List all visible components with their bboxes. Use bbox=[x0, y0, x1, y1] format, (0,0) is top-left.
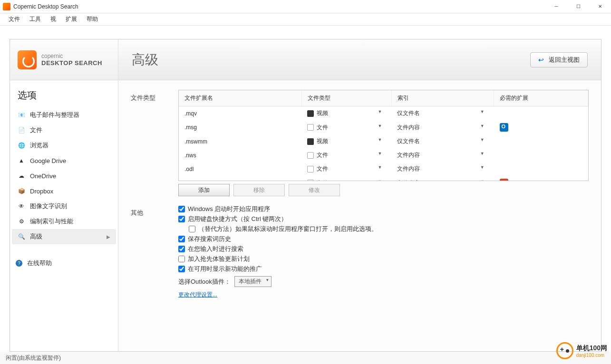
menubar: 文件 工具 视 扩展 帮助 bbox=[0, 13, 611, 26]
table-row[interactable]: .mswmm 视频▼ 仅文件名▼ bbox=[179, 134, 588, 148]
edit-button[interactable]: 修改 bbox=[289, 184, 340, 196]
logo-product: DESKTOP SEARCH bbox=[41, 59, 102, 67]
sidebar-item-3[interactable]: ▲Google Drive bbox=[12, 153, 116, 168]
cell-ext: .odp bbox=[179, 176, 301, 181]
table-row[interactable]: .msg 文件▼ 文件内容▼ bbox=[179, 120, 588, 134]
back-to-main-button[interactable]: ↩ 返回主视图 bbox=[530, 52, 588, 67]
sidebar-item-5[interactable]: 📦Dropbox bbox=[12, 183, 116, 199]
section-label-other: 其他 bbox=[131, 205, 169, 299]
sidebar-item-0[interactable]: 📧电子邮件与整理器 bbox=[12, 107, 116, 123]
filetype-icon bbox=[307, 152, 314, 159]
menu-extensions[interactable]: 扩展 bbox=[61, 13, 82, 25]
checkbox-6[interactable] bbox=[178, 266, 185, 272]
chevron-down-icon: ▼ bbox=[480, 165, 485, 170]
checkbox-row: 加入抢先体验更新计划 bbox=[178, 255, 378, 263]
sidebar-item-4[interactable]: ☁OneDrive bbox=[12, 168, 116, 183]
outlook-plugin-label: 选择Outlook插件： bbox=[178, 278, 231, 286]
cell-req bbox=[494, 120, 588, 134]
sidebar-item-2[interactable]: 🌐浏览器 bbox=[12, 138, 116, 153]
page-header: 高级 ↩ 返回主视图 bbox=[118, 39, 601, 80]
chevron-down-icon: ▼ bbox=[378, 151, 382, 156]
checkbox-label: 启用键盘快捷方式（按 Ctrl 键两次） bbox=[188, 215, 287, 223]
nav-icon: 📄 bbox=[18, 126, 25, 134]
chevron-down-icon: ▼ bbox=[480, 137, 485, 142]
table-row[interactable]: .odp 文件▼ 文件内容▼ bbox=[179, 176, 588, 181]
nav-icon: 📧 bbox=[18, 111, 25, 119]
watermark-name: 单机100网 bbox=[576, 344, 607, 353]
checkbox-3[interactable] bbox=[178, 236, 185, 242]
nav-icon: ☁ bbox=[18, 172, 25, 180]
cell-type[interactable]: 文件▼ bbox=[301, 148, 391, 162]
outlook-plugin-select[interactable]: 本地插件 bbox=[234, 276, 272, 287]
cell-ext: .mswmm bbox=[179, 134, 301, 148]
chevron-down-icon: ▼ bbox=[378, 179, 382, 181]
menu-view[interactable]: 视 bbox=[46, 13, 61, 25]
menu-tools[interactable]: 工具 bbox=[25, 13, 46, 25]
minimize-button[interactable]: ─ bbox=[545, 0, 567, 13]
chevron-down-icon: ▼ bbox=[378, 165, 382, 170]
help-icon: ? bbox=[16, 260, 22, 267]
chevron-down-icon: ▼ bbox=[480, 109, 485, 114]
close-button[interactable]: ✕ bbox=[589, 0, 611, 13]
proxy-settings-link[interactable]: 更改代理设置... bbox=[178, 291, 217, 299]
checkbox-row: 保存搜索词历史 bbox=[178, 235, 378, 243]
col-index[interactable]: 索引 bbox=[391, 90, 494, 106]
section-label-filetypes: 文件类型 bbox=[131, 90, 169, 196]
cell-type[interactable]: 视频▼ bbox=[301, 134, 391, 148]
filetype-icon bbox=[307, 138, 314, 145]
logo-brand: copernic bbox=[41, 53, 102, 59]
logo: copernic DESKTOP SEARCH bbox=[10, 39, 118, 80]
table-row[interactable]: .nws 文件▼ 文件内容▼ bbox=[179, 148, 588, 162]
table-row[interactable]: .odl 文件▼ 文件内容▼ bbox=[179, 162, 588, 176]
status-text: 闲置(由系统监视暂停) bbox=[6, 354, 61, 362]
cell-type[interactable]: 文件▼ bbox=[301, 162, 391, 176]
checkbox-row: 启用键盘快捷方式（按 Ctrl 键两次） bbox=[178, 215, 378, 223]
add-button[interactable]: 添加 bbox=[178, 184, 230, 196]
back-arrow-icon: ↩ bbox=[538, 56, 544, 64]
checkbox-1[interactable] bbox=[178, 216, 185, 222]
checkbox-5[interactable] bbox=[178, 256, 185, 262]
sidebar-item-label: 编制索引与性能 bbox=[30, 217, 73, 226]
cell-index[interactable]: 文件内容▼ bbox=[391, 162, 494, 176]
cell-req bbox=[494, 162, 588, 176]
sidebar-item-1[interactable]: 📄文件 bbox=[12, 123, 116, 138]
sidebar-title: 选项 bbox=[10, 80, 118, 107]
watermark-icon bbox=[556, 342, 573, 359]
cell-index[interactable]: 仅文件名▼ bbox=[391, 134, 494, 148]
checkbox-0[interactable] bbox=[178, 206, 185, 212]
sidebar-item-6[interactable]: 👁图像文字识别 bbox=[12, 199, 116, 214]
sidebar-item-8[interactable]: 🔍高级▶ bbox=[12, 229, 116, 244]
cell-index[interactable]: 文件内容▼ bbox=[391, 120, 494, 134]
maximize-button[interactable]: ☐ bbox=[567, 0, 589, 13]
cell-type[interactable]: 视频▼ bbox=[301, 106, 391, 121]
remove-button[interactable]: 移除 bbox=[233, 184, 285, 196]
col-required-ext[interactable]: 必需的扩展 bbox=[494, 90, 588, 106]
menu-help[interactable]: 帮助 bbox=[82, 13, 103, 25]
cell-type[interactable]: 文件▼ bbox=[301, 120, 391, 134]
checkbox-4[interactable] bbox=[178, 246, 185, 252]
outlook-icon bbox=[500, 123, 508, 132]
cell-index[interactable]: 文件内容▼ bbox=[391, 148, 494, 162]
cell-index[interactable]: 文件内容▼ bbox=[391, 176, 494, 181]
nav-icon: 🌐 bbox=[18, 142, 25, 149]
nav-icon: ▲ bbox=[18, 157, 25, 164]
menu-file[interactable]: 文件 bbox=[4, 13, 25, 25]
sidebar-item-online-help[interactable]: ? 在线帮助 bbox=[10, 256, 118, 271]
cell-index[interactable]: 仅文件名▼ bbox=[391, 106, 494, 121]
main-panel: copernic DESKTOP SEARCH 选项 📧电子邮件与整理器📄文件🌐… bbox=[10, 39, 601, 352]
sidebar: copernic DESKTOP SEARCH 选项 📧电子邮件与整理器📄文件🌐… bbox=[10, 39, 118, 351]
window-controls: ─ ☐ ✕ bbox=[545, 0, 611, 13]
table-row[interactable]: .mqv 视频▼ 仅文件名▼ bbox=[179, 106, 588, 121]
checkbox-label: 在您输入时进行搜索 bbox=[188, 245, 243, 253]
chevron-down-icon: ▼ bbox=[480, 151, 485, 156]
checkbox-row: Windows 启动时开始应用程序 bbox=[178, 205, 378, 213]
checkbox-2[interactable] bbox=[189, 226, 195, 232]
col-extension[interactable]: 文件扩展名 bbox=[179, 90, 301, 106]
watermark: 单机100网 danji100.com bbox=[556, 342, 607, 359]
cell-type[interactable]: 文件▼ bbox=[301, 176, 391, 181]
col-type[interactable]: 文件类型 bbox=[301, 90, 391, 106]
sidebar-item-7[interactable]: ⚙编制索引与性能 bbox=[12, 214, 116, 229]
sidebar-item-label: 高级 bbox=[30, 232, 42, 241]
powerpoint-icon bbox=[500, 179, 508, 181]
sidebar-item-label: Google Drive bbox=[30, 157, 66, 164]
